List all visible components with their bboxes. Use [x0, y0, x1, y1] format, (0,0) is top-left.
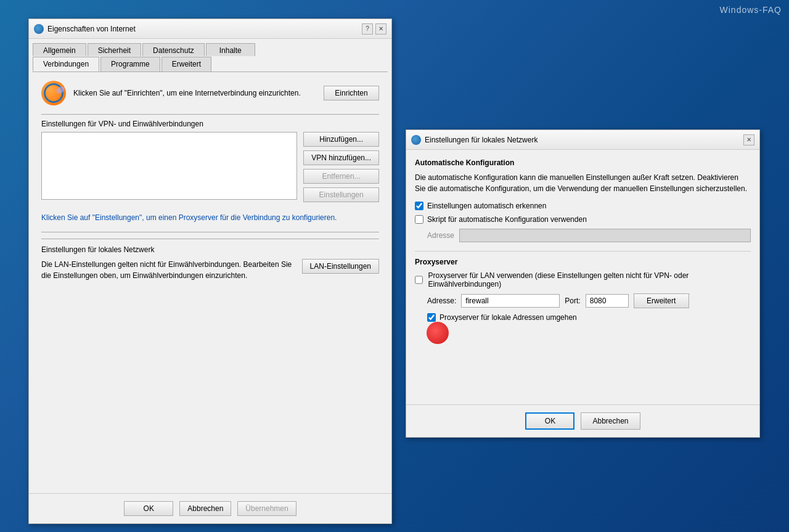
main-dialog-footer: OK Abbrechen Übernehmen	[29, 493, 391, 523]
lan-close-button[interactable]: ✕	[743, 134, 754, 145]
vpn-section: Hinzufügen... VPN hinzufügen... Entferne…	[41, 132, 379, 203]
lan-row: Die LAN-Einstellungen gelten nicht für E…	[41, 259, 379, 281]
close-button[interactable]: ✕	[375, 23, 386, 35]
internet-properties-dialog: Eigenschaften von Internet ? ✕ Allgemein…	[28, 18, 392, 524]
ie-globe-icon	[41, 81, 66, 105]
bypass-label[interactable]: Proxyserver für lokale Adressen umgehen	[439, 313, 577, 322]
tab-programme[interactable]: Programme	[100, 57, 160, 72]
proxy-text: Klicken Sie auf "Einstellungen", um eine…	[41, 212, 379, 223]
tab-allgemein[interactable]: Allgemein	[33, 43, 86, 57]
lan-settings-dialog: Einstellungen für lokales Netzwerk ✕ Aut…	[406, 129, 760, 438]
proxy-server-checkbox[interactable]	[415, 276, 423, 284]
proxy-server-label[interactable]: Proxyserver für LAN verwenden (diese Ein…	[428, 271, 751, 289]
script-config-checkbox[interactable]	[415, 215, 423, 224]
auto-addr-label: Adresse	[427, 231, 454, 240]
main-dialog-titlebar: Eigenschaften von Internet ? ✕	[29, 19, 391, 39]
lan-einstellungen-button[interactable]: LAN-Einstellungen	[302, 259, 379, 274]
auto-config-desc: Die automatische Konfiguration kann die …	[415, 172, 751, 194]
tab-datenschutz[interactable]: Datenschutz	[142, 43, 205, 57]
vpn-buttons: Hinzufügen... VPN hinzufügen... Entferne…	[303, 132, 379, 203]
lan-section: Einstellungen für lokales Netzwerk Die L…	[41, 239, 379, 281]
proxy-port-input[interactable]	[586, 294, 629, 308]
watermark-text: Windows-FAQ	[720, 5, 782, 15]
lan-dialog-titlebar: Einstellungen für lokales Netzwerk ✕	[406, 130, 759, 150]
proxy-advanced-button[interactable]: Erweitert	[634, 293, 689, 308]
einrichten-button[interactable]: Einrichten	[324, 86, 379, 100]
main-dialog-title: Eigenschaften von Internet	[47, 25, 358, 33]
proxy-section-header: Proxyserver	[415, 258, 751, 266]
einstellungen-vpn-button[interactable]: Einstellungen	[303, 187, 379, 202]
auto-detect-row: Einstellungen automatisch erkennen	[415, 202, 751, 210]
lan-dialog-footer: OK Abbrechen	[406, 404, 759, 437]
script-config-label[interactable]: Skript für automatische Konfiguration ve…	[427, 215, 587, 224]
proxy-addr-label: Adresse:	[427, 297, 456, 305]
hinzufuegen-button[interactable]: Hinzufügen...	[303, 132, 379, 147]
bypass-checkbox[interactable]	[427, 313, 436, 322]
lan-text: Die LAN-Einstellungen gelten nicht für E…	[41, 259, 293, 281]
auto-detect-label[interactable]: Einstellungen automatisch erkennen	[427, 202, 546, 210]
proxy-port-label: Port:	[565, 297, 580, 305]
proxy-addr-row: Adresse: Port: Erweitert	[415, 293, 751, 308]
tab-sicherheit[interactable]: Sicherheit	[88, 43, 141, 57]
bypass-row: Proxyserver für lokale Adressen umgehen	[415, 313, 751, 322]
auto-detect-checkbox[interactable]	[415, 202, 423, 210]
vpn-hinzufuegen-button[interactable]: VPN hinzufügen...	[303, 150, 379, 165]
tab-content: Klicken Sie auf "Einrichten", um eine In…	[33, 72, 388, 496]
script-config-row: Skript für automatische Konfiguration ve…	[415, 215, 751, 224]
lan-dialog-content: Automatische Konfiguration Die automatis…	[406, 150, 759, 407]
auto-addr-input[interactable]	[459, 229, 751, 242]
auto-config-header: Automatische Konfiguration	[415, 158, 751, 167]
ie-icon	[34, 24, 44, 34]
tab-verbindungen[interactable]: Verbindungen	[33, 57, 99, 72]
vpn-section-label: Einstellungen für VPN- und Einwählverbin…	[41, 120, 379, 128]
vpn-list[interactable]	[41, 132, 297, 200]
lan-ok-button[interactable]: OK	[525, 412, 574, 430]
proxy-addr-input[interactable]	[461, 294, 560, 308]
setup-row: Klicken Sie auf "Einrichten", um eine In…	[41, 81, 379, 105]
lan-cancel-button[interactable]: Abbrechen	[581, 412, 640, 430]
tab-inhalte[interactable]: Inhalte	[206, 43, 255, 57]
auto-addr-row: Adresse	[415, 229, 751, 242]
entfernen-button[interactable]: Entfernen...	[303, 169, 379, 184]
lan-section-label: Einstellungen für lokales Netzwerk	[41, 245, 379, 254]
help-button[interactable]: ?	[362, 23, 373, 35]
proxy-server-row: Proxyserver für LAN verwenden (diese Ein…	[415, 271, 751, 289]
main-cancel-button[interactable]: Abbrechen	[179, 501, 231, 516]
tabs-row1: Allgemein Sicherheit Datenschutz Inhalte	[29, 39, 391, 57]
lan-ie-icon	[411, 135, 421, 145]
setup-text: Klicken Sie auf "Einrichten", um eine In…	[73, 88, 316, 99]
tab-erweitert[interactable]: Erweitert	[161, 57, 211, 72]
main-apply-button[interactable]: Übernehmen	[237, 501, 296, 516]
tabs-row2: Verbindungen Programme Erweitert	[29, 56, 391, 71]
main-ok-button[interactable]: OK	[124, 501, 173, 516]
proxy-divider	[415, 251, 751, 252]
lan-dialog-title: Einstellungen für lokales Netzwerk	[425, 136, 740, 144]
